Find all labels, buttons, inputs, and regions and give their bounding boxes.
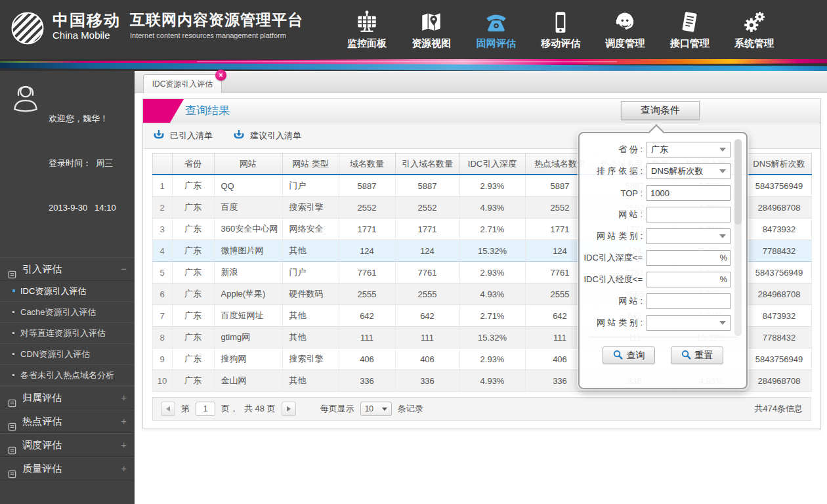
table-cell: 其他	[282, 240, 339, 262]
table-cell: 搜狗网	[214, 348, 282, 370]
sidebar-subitem[interactable]: 对等直连资源引入评估	[0, 323, 135, 344]
sidebar-subitem[interactable]: Cache资源引入评估	[0, 302, 135, 323]
panel-header: 查询结果 查询条件	[143, 99, 820, 123]
reset-button[interactable]: 重置	[671, 346, 723, 364]
sidebar-section[interactable]: 调度评估 +	[0, 433, 135, 457]
expand-toggle-icon[interactable]: +	[121, 434, 127, 456]
per-page-select[interactable]: 10	[360, 402, 392, 416]
export-list-icon	[152, 130, 165, 142]
tab-close-icon[interactable]: ×	[215, 70, 226, 81]
mobile-icon	[531, 9, 590, 36]
table-cell: 门户	[282, 262, 339, 284]
sidebar-subitem-label: CDN资源引入评估	[20, 349, 90, 359]
export-list-button[interactable]: 已引入清单	[152, 130, 213, 142]
table-cell: 5843756949	[747, 175, 811, 197]
nav-item-phone[interactable]: 固网评估	[467, 9, 526, 53]
page-suffix: 页，	[221, 403, 238, 415]
popup-scrollbar[interactable]	[734, 139, 742, 336]
user-info: 欢迎您，魏华！ 登录时间： 周三 2013-9-30 14:10	[0, 71, 135, 255]
tab-idc-import-evaluation[interactable]: IDC资源引入评估 ×	[143, 74, 222, 93]
expand-toggle-icon[interactable]: +	[121, 457, 127, 480]
nav-label: 固网评估	[467, 37, 526, 50]
table-cell: 2.93%	[459, 262, 525, 284]
table-cell: Apple(苹果)	[214, 284, 282, 305]
column-header: 网站	[214, 154, 282, 175]
prev-page-button[interactable]	[161, 402, 175, 416]
site-category-select-2[interactable]	[647, 315, 731, 331]
query-field-control	[647, 207, 731, 222]
user-lines: 欢迎您，魏华！ 登录时间： 周三 2013-9-30 14:10	[49, 81, 116, 245]
query-conditions-button[interactable]: 查询条件	[621, 101, 700, 120]
site-category-select[interactable]	[647, 228, 731, 244]
selected-value: 广东	[651, 144, 668, 156]
table-cell: 门户	[282, 175, 339, 197]
sidebar-section-label: 质量评估	[22, 463, 62, 474]
idc-depth-input[interactable]	[647, 250, 731, 266]
province-select[interactable]: 广东	[647, 142, 731, 158]
sidebar-section[interactable]: 热点评估 +	[0, 410, 135, 433]
sidebar-section[interactable]: 归属评估 +	[0, 386, 135, 410]
sidebar: 欢迎您，魏华！ 登录时间： 周三 2013-9-30 14:10 引入评估 − …	[0, 71, 135, 504]
idc-breadth-input[interactable]	[647, 272, 731, 287]
top-input[interactable]	[647, 185, 731, 201]
table-cell: 网络安全	[282, 219, 339, 240]
sidebar-subitem[interactable]: IDC资源引入评估	[0, 281, 135, 302]
table-cell: 其他	[282, 327, 339, 348]
nav-item-gears[interactable]: 系统管理	[725, 9, 784, 53]
table-cell: 微博图片网	[214, 240, 282, 262]
nav-item-document[interactable]: 接口管理	[660, 9, 719, 53]
total-pages: 共 48 页	[244, 403, 276, 415]
sidebar-subitem[interactable]: CDN资源引入评估	[0, 344, 135, 365]
expand-toggle-icon[interactable]: +	[121, 387, 127, 409]
sort-by-select[interactable]: DNS解析次数	[647, 163, 731, 179]
table-cell: 124	[395, 240, 459, 262]
top-nav: 监控面板 资源视图 固网评估 移动评估 调度管理 接口管理 系统管理	[337, 9, 784, 53]
china-mobile-logo-icon	[9, 10, 46, 47]
query-field-control	[647, 293, 731, 309]
query-field-row: IDC引入深度<= %	[580, 250, 727, 266]
query-field-row: 网 站 :	[580, 293, 727, 309]
nav-item-headset[interactable]: 调度管理	[595, 9, 654, 53]
export-list-button[interactable]: 建议引入清单	[232, 130, 301, 142]
export-list-icon	[232, 130, 245, 142]
percent-suffix: %	[719, 253, 727, 262]
table-cell: 7788432	[747, 240, 811, 262]
nav-item-mobile[interactable]: 移动评估	[531, 9, 590, 53]
panel-title: 查询结果	[185, 99, 230, 123]
query-field-row: 省 份 : 广东	[580, 142, 727, 158]
expand-toggle-icon[interactable]: −	[121, 258, 127, 280]
column-header: 省份	[172, 154, 214, 175]
chevron-down-icon	[719, 169, 726, 173]
query-button[interactable]: 查询	[603, 346, 655, 364]
document-icon	[660, 9, 719, 36]
query-field-label: 网 站 :	[580, 295, 643, 307]
app: 中国移动 China Mobile 互联网内容资源管理平台 Internet c…	[0, 0, 827, 504]
sidebar-menu: 引入评估 − IDC资源引入评估 Cache资源引入评估 对等直连资源引入评估 …	[0, 257, 135, 480]
site-input-2[interactable]	[647, 293, 731, 309]
sidebar-section[interactable]: 质量评估 +	[0, 457, 135, 480]
nav-label: 移动评估	[531, 37, 590, 50]
sidebar-section[interactable]: 引入评估 −	[0, 257, 135, 281]
tab-strip: IDC资源引入评估 ×	[135, 71, 827, 93]
scrollbar-thumb[interactable]	[734, 139, 742, 224]
table-cell: 406	[339, 348, 395, 370]
sidebar-subitem[interactable]: 各省未引入热点域名分析	[0, 365, 135, 386]
table-cell: 15.32%	[459, 240, 525, 262]
table-cell: 8	[152, 327, 172, 348]
query-field-label: 排 序 依 据 :	[580, 165, 643, 177]
table-cell: QQ	[214, 175, 282, 197]
table-cell: 8473932	[747, 219, 811, 240]
site-input[interactable]	[647, 207, 731, 222]
query-field-control: 广东	[647, 142, 731, 158]
page-input[interactable]	[196, 402, 215, 416]
decorative-ribbon	[0, 59, 827, 71]
nav-item-dashboard[interactable]: 监控面板	[337, 9, 396, 53]
next-page-button[interactable]	[282, 402, 296, 416]
tab-label: IDC资源引入评估	[152, 79, 213, 89]
table-cell: 15.32%	[459, 327, 525, 348]
arrow-right-icon	[287, 406, 291, 411]
column-header: DNS解析次数	[747, 154, 811, 175]
phone-icon	[467, 9, 526, 36]
nav-item-map[interactable]: 资源视图	[402, 9, 461, 53]
expand-toggle-icon[interactable]: +	[121, 410, 127, 432]
